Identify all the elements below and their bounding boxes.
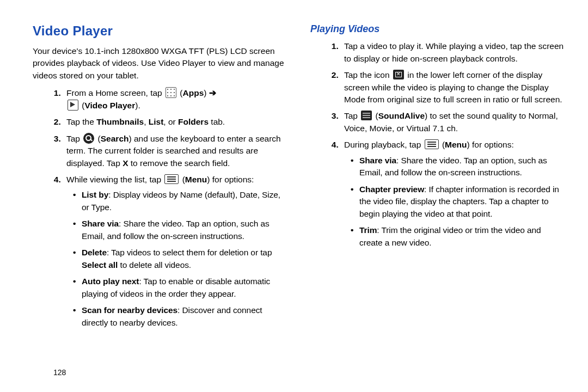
right-steps: Tap a video to play it. While playing a … [310, 40, 566, 249]
section-title: Video Player [33, 22, 289, 41]
soundalive-icon [361, 111, 372, 120]
video-player-icon [68, 100, 78, 111]
s2e: , or [163, 117, 178, 126]
bullet-share-via: Share via: Share the video. Tap an optio… [75, 218, 289, 242]
rbullet-chapter: Chapter preview: If chapter information … [353, 183, 566, 220]
s2-list: List [149, 117, 164, 126]
rstep-3: Tap (SoundAlive) to set the sound qualit… [341, 110, 566, 134]
left-steps: From a Home screen, tap (Apps) ➔ (Video … [33, 87, 289, 329]
rbullet-trim: Trim: Trim the original video or trim th… [353, 224, 566, 249]
page-number: 128 [53, 368, 66, 377]
s2g: tab. [209, 117, 225, 126]
search-icon [83, 133, 94, 144]
search-label: Search [101, 134, 129, 143]
s3a: Tap [66, 134, 82, 143]
r4c: ) for options: [467, 140, 514, 149]
menu-icon-2 [425, 139, 439, 149]
x-label: X [122, 158, 128, 168]
subsection-title: Playing Videos [310, 22, 566, 36]
s2a: Tap the [66, 117, 96, 126]
step-1: From a Home screen, tap (Apps) ➔ (Video … [63, 87, 289, 112]
b4a: Auto play next [82, 277, 139, 286]
right-bullets: Share via: Share the video. Tap an optio… [344, 155, 566, 249]
rb3b: : Trim the original video or trim the vi… [359, 225, 541, 247]
s2-folders: Folders [178, 117, 209, 126]
step-2: Tap the Thumbnails, List, or Folders tab… [63, 116, 289, 128]
apps-icon [166, 87, 176, 98]
bullet-list-by: List by: Display videos by Name (default… [75, 189, 289, 213]
b3c: Select all [82, 260, 118, 270]
rb3a: Trim [359, 225, 377, 235]
step-4: While viewing the list, tap (Menu) for o… [63, 174, 289, 329]
left-bullets: List by: Display videos by Name (default… [66, 189, 289, 329]
step-3: Tap (Search) and use the keyboard to ent… [63, 133, 289, 169]
b1b: : Display videos by Name (default), Date… [82, 190, 280, 211]
left-column: Video Player Your device's 10.1-inch 128… [33, 22, 289, 381]
rstep-4: During playback, tap (Menu) for options:… [341, 139, 566, 249]
manual-page: Video Player Your device's 10.1-inch 128… [0, 0, 588, 392]
menu-icon [164, 174, 179, 184]
bullet-scan: Scan for nearby devices: Discover and co… [75, 304, 289, 329]
apps-label: Apps [183, 88, 204, 97]
r1: Tap a video to play it. While playing a … [344, 41, 564, 63]
b1a: List by [82, 190, 108, 199]
b5a: Scan for nearby devices [82, 305, 177, 315]
r3c: ) to set the sound quality to Normal, Vo… [344, 111, 558, 132]
menu-label: Menu [185, 175, 207, 184]
r2a: Tap the icon [344, 70, 392, 79]
bullet-auto-play: Auto play next: Tap to enable or disable… [75, 275, 289, 300]
b3d: to delete all videos. [118, 260, 191, 270]
rstep-1: Tap a video to play it. While playing a … [341, 40, 566, 65]
bullet-delete: Delete: Tap videos to select them for de… [75, 247, 289, 271]
rb2a: Chapter preview [359, 185, 424, 194]
display-mode-icon [393, 70, 404, 79]
r3a: Tap [344, 111, 360, 120]
intro-paragraph: Your device's 10.1-inch 1280x800 WXGA TF… [33, 45, 289, 82]
s3d: to remove the search field. [128, 158, 230, 168]
rstep-2: Tap the icon in the lower left corner of… [341, 69, 566, 106]
step-1-text-a: From a Home screen, tap [66, 88, 164, 97]
arrow-icon: ➔ [209, 88, 216, 97]
rbullet-share: Share via: Share the video. Tap an optio… [353, 155, 566, 179]
right-column: Playing Videos Tap a video to play it. W… [310, 22, 566, 381]
menu-label-2: Menu [445, 140, 467, 149]
video-player-label: Video Player [84, 101, 135, 110]
s2-thumb: Thumbnails [96, 117, 144, 126]
b3b: : Tap videos to select them for deletion… [107, 248, 272, 257]
s4a: While viewing the list, tap [66, 175, 163, 184]
b2a: Share via [82, 219, 119, 228]
soundalive-label: SoundAlive [378, 111, 425, 120]
rb1a: Share via [359, 156, 396, 165]
b3a: Delete [82, 248, 107, 257]
r4a: During playback, tap [344, 140, 424, 149]
s2c: , [144, 117, 149, 126]
s4c: ) for options: [207, 175, 254, 184]
